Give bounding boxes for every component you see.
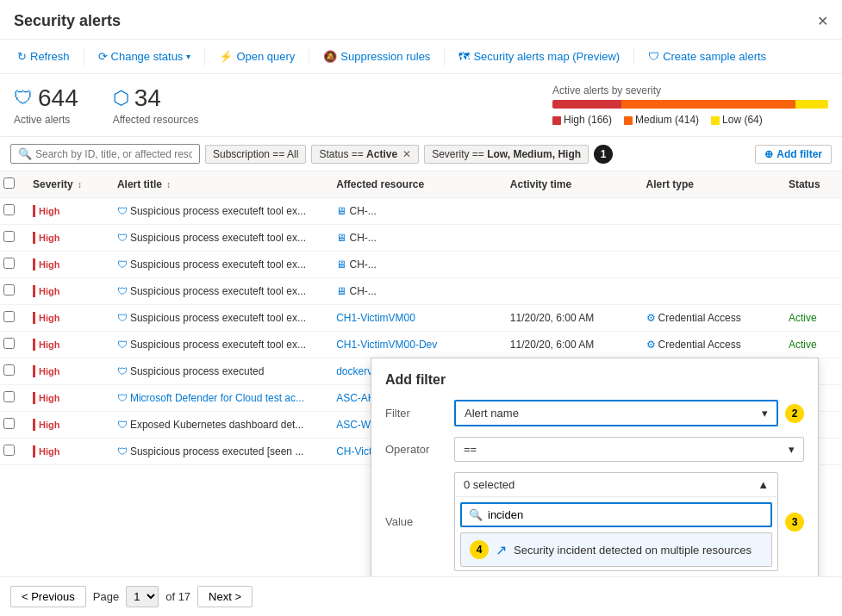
toolbar: ↻ Refresh ⟳ Change status ▾ ⚡ Open query… bbox=[0, 40, 842, 74]
severity-label: High bbox=[39, 446, 59, 457]
row-checkbox[interactable] bbox=[3, 418, 15, 429]
status-cell bbox=[780, 198, 842, 225]
sort-icon[interactable]: ↕ bbox=[166, 180, 171, 190]
shield-icon: 🛡 bbox=[117, 365, 128, 377]
row-checkbox[interactable] bbox=[3, 445, 15, 456]
type-icon: ⚙ bbox=[646, 312, 656, 324]
toolbar-separator bbox=[309, 48, 309, 65]
value-badge-3: 3 bbox=[785, 513, 804, 532]
select-all-checkbox[interactable] bbox=[3, 177, 15, 189]
resource-cell: CH1-VictimVM00 bbox=[327, 305, 502, 332]
shield-icon: 🛡 bbox=[117, 285, 128, 297]
panel-title: Security alerts bbox=[14, 12, 121, 30]
row-checkbox[interactable] bbox=[3, 284, 15, 296]
time-cell: 11/20/20, 6:00 AM bbox=[502, 305, 638, 332]
operator-select[interactable]: == ▾ bbox=[454, 437, 804, 462]
close-button[interactable]: ✕ bbox=[817, 13, 828, 29]
next-button[interactable]: Next > bbox=[197, 586, 253, 607]
row-checkbox[interactable] bbox=[3, 391, 15, 402]
severity-label: High bbox=[39, 313, 59, 323]
table-row[interactable]: High 🛡Suspicious process executeft tool … bbox=[0, 305, 842, 332]
create-sample-button[interactable]: 🛡 Create sample alerts bbox=[641, 47, 773, 66]
type-icon: ⚙ bbox=[646, 339, 656, 351]
search-box[interactable]: 🔍 bbox=[10, 144, 200, 164]
suppression-rules-button[interactable]: 🔕 Suppression rules bbox=[316, 47, 437, 66]
value-header[interactable]: 0 selected ▲ bbox=[455, 473, 777, 497]
resource-icon: ⬡ bbox=[113, 87, 129, 109]
open-query-button[interactable]: ⚡ Open query bbox=[212, 47, 302, 66]
security-alerts-map-button[interactable]: 🗺 Security alerts map (Preview) bbox=[452, 47, 627, 66]
filter-badge-2: 2 bbox=[785, 404, 804, 423]
page-select[interactable]: 1 bbox=[126, 586, 159, 607]
add-filter-button[interactable]: ⊕ Add filter bbox=[755, 145, 832, 164]
alert-title-cell: 🛡Suspicious process executeft tool ex... bbox=[109, 332, 327, 358]
bar-high bbox=[552, 100, 621, 109]
pagination: < Previous Page 1 of 17 Next > bbox=[0, 576, 842, 616]
shield-icon: 🛡 bbox=[117, 339, 128, 351]
table-row[interactable]: High 🛡Suspicious process executeft tool … bbox=[0, 198, 842, 225]
alert-title-cell: 🛡Suspicious process executeft tool ex... bbox=[109, 252, 327, 278]
shield-icon: 🛡 bbox=[117, 312, 128, 324]
cursor-icon: ↗ bbox=[496, 542, 507, 558]
time-cell bbox=[502, 198, 638, 225]
value-option-item[interactable]: 4 ↗ Security incident detected on multip… bbox=[460, 532, 772, 567]
status-filter-tag[interactable]: Status == Active ✕ bbox=[311, 145, 419, 164]
severity-indicator bbox=[33, 258, 35, 271]
subscription-filter-tag[interactable]: Subscription == All bbox=[205, 145, 306, 164]
table-row[interactable]: High 🛡Suspicious process executeft tool … bbox=[0, 332, 842, 358]
row-checkbox[interactable] bbox=[3, 338, 15, 349]
alert-title-header: Alert title ↕ bbox=[109, 171, 327, 198]
affected-resources-label: Affected resources bbox=[113, 114, 199, 126]
select-all-header[interactable] bbox=[0, 171, 24, 198]
severity-chart: Active alerts by severity High (166) Med… bbox=[552, 84, 828, 126]
table-container: Severity ↕ Alert title ↕ Affected resour… bbox=[0, 171, 842, 576]
page-of-text: of 17 bbox=[165, 590, 190, 603]
change-status-icon: ⟳ bbox=[98, 50, 108, 63]
previous-button[interactable]: < Previous bbox=[10, 586, 86, 607]
value-selected: 0 selected bbox=[464, 478, 515, 491]
change-status-button[interactable]: ⟳ Change status ▾ bbox=[91, 47, 198, 66]
sample-icon: 🛡 bbox=[648, 50, 659, 63]
value-box: 0 selected ▲ 🔍 4 ↗ Security incident det… bbox=[454, 472, 778, 571]
status-filter-remove[interactable]: ✕ bbox=[402, 148, 411, 160]
monitor-icon: 🖥 bbox=[336, 232, 346, 244]
affected-resources-count: 34 bbox=[134, 84, 161, 112]
alert-title-cell: 🛡Exposed Kubernetes dashboard det... bbox=[109, 412, 327, 439]
alert-title-cell: 🛡Suspicious process executeft tool ex... bbox=[109, 225, 327, 252]
search-input[interactable] bbox=[35, 148, 192, 160]
severity-filter-tag[interactable]: Severity == Low, Medium, High bbox=[424, 145, 589, 164]
resource-cell: 🖥 CH-... bbox=[327, 225, 502, 252]
severity-indicator bbox=[33, 392, 35, 404]
alert-title-cell: 🛡Microsoft Defender for Cloud test ac... bbox=[109, 385, 327, 412]
severity-indicator bbox=[33, 312, 35, 324]
row-checkbox[interactable] bbox=[3, 231, 15, 242]
value-search-box[interactable]: 🔍 bbox=[460, 502, 772, 527]
map-icon: 🗺 bbox=[458, 50, 470, 63]
table-row[interactable]: High 🛡Suspicious process executeft tool … bbox=[0, 252, 842, 278]
row-checkbox[interactable] bbox=[3, 311, 15, 322]
refresh-button[interactable]: ↻ Refresh bbox=[10, 47, 77, 66]
resource-link[interactable]: CH1-VictimVM00 bbox=[336, 312, 415, 324]
table-row[interactable]: High 🛡Suspicious process executeft tool … bbox=[0, 225, 842, 252]
table-row[interactable]: High 🛡Suspicious process executeft tool … bbox=[0, 278, 842, 305]
row-checkbox[interactable] bbox=[3, 258, 15, 269]
time-cell bbox=[502, 278, 638, 305]
resource-link[interactable]: CH1-VictimVM00-Dev bbox=[336, 339, 437, 351]
severity-indicator bbox=[33, 445, 35, 457]
value-search-input[interactable] bbox=[488, 508, 764, 521]
filter-select[interactable]: Alert name ▾ bbox=[454, 400, 778, 426]
toolbar-separator bbox=[84, 48, 84, 65]
status-cell: Active bbox=[780, 332, 842, 358]
operator-label: Operator bbox=[385, 443, 454, 456]
status-cell: Active bbox=[780, 305, 842, 332]
type-cell: ⚙Credential Access bbox=[638, 332, 780, 358]
resource-cell: 🖥 CH-... bbox=[327, 278, 502, 305]
summary-row: 🛡 644 Active alerts ⬡ 34 Affected resour… bbox=[0, 74, 842, 137]
row-checkbox[interactable] bbox=[3, 204, 15, 215]
legend-high: High (166) bbox=[552, 114, 612, 126]
severity-indicator bbox=[33, 205, 35, 217]
row-checkbox[interactable] bbox=[3, 364, 15, 376]
sort-icon[interactable]: ↕ bbox=[78, 180, 82, 190]
active-alerts-label: Active alerts bbox=[14, 114, 78, 126]
value-field-row: Value 0 selected ▲ 🔍 4 ↗ Security incide… bbox=[385, 472, 804, 571]
